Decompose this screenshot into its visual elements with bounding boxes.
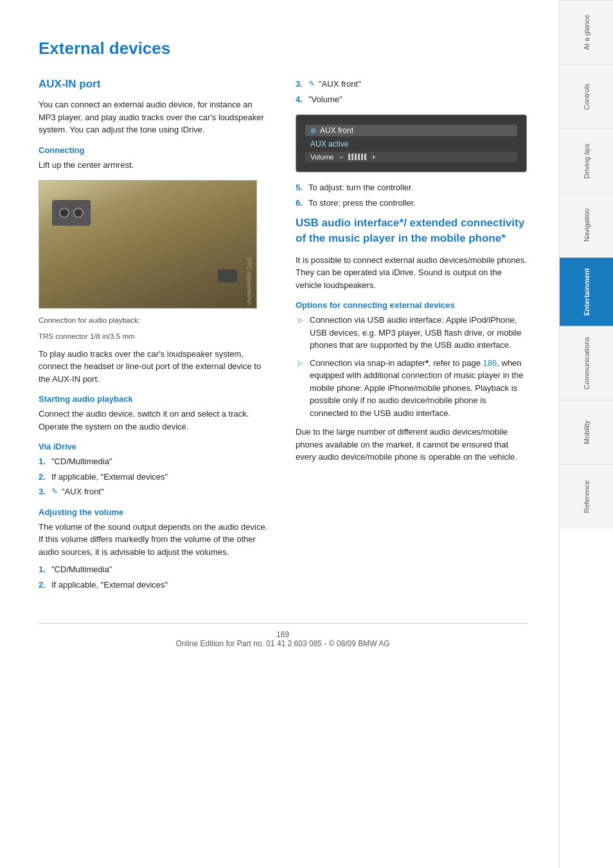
aux-screen-title: AUX front: [320, 126, 353, 135]
caption-line1: Connection for audio playback:: [39, 315, 270, 326]
usb-section-title: USB audio interface*/ extended connectiv…: [296, 215, 527, 246]
step-text: To adjust: turn the controller.: [308, 181, 413, 194]
tab-navigation[interactable]: Navigation: [560, 193, 613, 257]
step-2: 2. If applicable, "External devices": [39, 471, 270, 484]
adj-step-1: 1. "CD/Multimedia": [39, 563, 270, 576]
step-text: "AUX front": [62, 485, 104, 498]
aux-section-title: AUX-IN port: [39, 78, 270, 91]
tick: [361, 154, 363, 160]
tab-controls[interactable]: Controls: [560, 64, 613, 129]
tab-entertainment[interactable]: Entertainment: [560, 257, 613, 326]
step-1: 1. "CD/Multimedia": [39, 455, 270, 468]
options-list: ▷ Connection via USB audio interface: Ap…: [296, 314, 527, 419]
adjusting-steps: 1. "CD/Multimedia" 2. If applicable, "Ex…: [39, 563, 270, 591]
aux-image: DTC copywrite/AA: [39, 180, 257, 309]
page-footer: 169 Online Edition for Part no. 01 41 2 …: [39, 623, 527, 648]
step-num: 4.: [296, 93, 305, 106]
button-area: [52, 200, 91, 226]
right-step-3: 3. ✎ "AUX front": [296, 78, 527, 91]
volume-plus: +: [371, 153, 375, 161]
adj-step-2: 2. If applicable, "External devices": [39, 579, 270, 592]
step-num: 1.: [39, 455, 48, 468]
tick: [348, 154, 350, 160]
via-idrive-steps: 1. "CD/Multimedia" 2. If applicable, "Ex…: [39, 455, 270, 498]
watermark: DTC copywrite/AA: [246, 258, 253, 305]
step-text: If applicable, "External devices": [51, 471, 168, 484]
step-text: If applicable, "External devices": [51, 579, 168, 592]
tab-at-a-glance[interactable]: At a glance: [560, 0, 613, 64]
sidebar-tabs: At a glance Controls Driving tips Naviga…: [559, 0, 613, 868]
step-text: "CD/Multimedia": [51, 455, 112, 468]
tick: [364, 154, 366, 160]
page-ref: 186: [483, 358, 497, 368]
right-step-4: 4. "Volume": [296, 93, 527, 106]
usb-intro: It is possible to connect external audio…: [296, 254, 527, 292]
step-num: 2.: [39, 579, 48, 592]
step-num: 3.: [296, 78, 305, 91]
option-1: ▷ Connection via USB audio interface: Ap…: [296, 314, 527, 352]
aux-screen-icon: ⊕: [310, 127, 316, 135]
step-3: 3. ✎ "AUX front": [39, 485, 270, 498]
tick: [351, 154, 353, 160]
step-text: "CD/Multimedia": [51, 563, 112, 576]
adjusting-text: The volume of the sound output depends o…: [39, 521, 270, 559]
steps-after-screen: 5. To adjust: turn the controller. 6. To…: [296, 181, 527, 209]
option-text: Connection via USB audio interface: Appl…: [310, 314, 527, 352]
step-num: 1.: [39, 563, 48, 576]
left-column: AUX-IN port You can connect an external …: [39, 78, 270, 597]
page-number: 169: [276, 630, 289, 639]
edit-icon: ✎: [51, 485, 58, 498]
connecting-text: Lift up the center armrest.: [39, 159, 270, 172]
button-circle-2: [73, 208, 84, 218]
step-num: 5.: [296, 181, 305, 194]
tab-driving-tips[interactable]: Driving tips: [560, 129, 613, 193]
step-6: 6. To store: press the controller.: [296, 197, 527, 210]
connector: [218, 269, 237, 282]
tab-communications[interactable]: Communications: [560, 326, 613, 400]
asterisk: *: [425, 358, 429, 368]
aux-intro: You can connect an external audio device…: [39, 98, 270, 136]
caption-para: To play audio tracks over the car's loud…: [39, 348, 270, 386]
starting-text: Connect the audio device, switch it on a…: [39, 408, 270, 433]
via-idrive-title: Via iDrive: [39, 442, 270, 451]
caption-line2: TRS connector 1/8 in/3.5 mm: [39, 331, 270, 342]
volume-ticks: [348, 154, 366, 160]
step-text: "AUX front": [319, 78, 361, 91]
tab-mobility[interactable]: Mobility: [560, 400, 613, 464]
option-2: ▷ Connection via snap-in adapter*, refer…: [296, 357, 527, 420]
armrest-photo: DTC copywrite/AA: [39, 181, 256, 308]
tick: [355, 154, 357, 160]
page-title: External devices: [39, 39, 527, 59]
footer-text: Online Edition for Part no. 01 41 2 603 …: [175, 639, 389, 648]
triangle-icon: ▷: [298, 358, 305, 420]
step-text: To store: press the controller.: [308, 197, 416, 210]
step-num: 3.: [39, 485, 48, 498]
tick: [358, 154, 360, 160]
aux-screen-header: ⊕ AUX front: [305, 125, 517, 136]
right-column: 3. ✎ "AUX front" 4. "Volume" ⊕ AUX front…: [296, 78, 527, 597]
step-num: 2.: [39, 471, 48, 484]
adjusting-title: Adjusting the volume: [39, 507, 270, 517]
button-circle-1: [59, 208, 69, 218]
aux-screen-row1: AUX active: [305, 139, 517, 149]
step-5: 5. To adjust: turn the controller.: [296, 181, 527, 194]
edit-icon: ✎: [308, 78, 315, 91]
options-title: Options for connecting external devices: [296, 300, 527, 310]
right-top-steps: 3. ✎ "AUX front" 4. "Volume": [296, 78, 527, 105]
tab-reference[interactable]: Reference: [560, 464, 613, 529]
main-content: External devices AUX-IN port You can con…: [0, 0, 559, 868]
step-num: 6.: [296, 197, 305, 210]
usb-note: Due to the large number of different aud…: [296, 426, 527, 464]
step-text: "Volume": [308, 93, 342, 106]
aux-screen: ⊕ AUX front AUX active Volume − +: [296, 114, 527, 172]
triangle-icon: ▷: [298, 315, 305, 352]
aux-screen-volume: Volume − +: [305, 152, 517, 162]
starting-title: Starting audio playback: [39, 394, 270, 404]
connecting-title: Connecting: [39, 145, 270, 155]
option-text: Connection via snap-in adapter*, refer t…: [310, 357, 527, 420]
volume-label: Volume: [310, 153, 334, 161]
volume-minus: −: [339, 153, 343, 161]
